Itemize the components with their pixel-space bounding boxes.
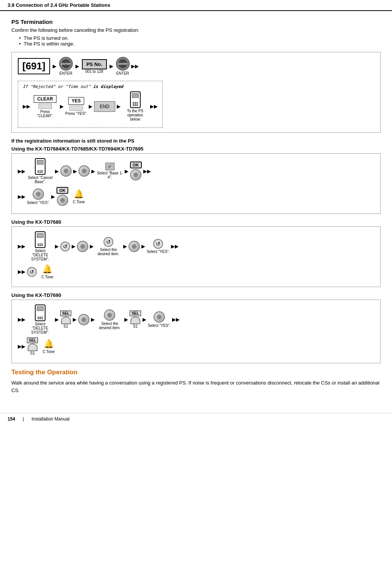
footer-separator: |	[23, 416, 24, 422]
enter2-label: ENTER	[116, 71, 129, 75]
dashed-inner-row: ▶▶ CLEAR Press "CLEAR". ▶ YES Press "YES…	[23, 91, 158, 121]
phone-keys	[133, 102, 138, 106]
td7680-scroll3: ↺ Select "YES".	[147, 239, 169, 254]
td7684-arr5: ▶	[125, 168, 129, 174]
td7684-arr8: ▶	[51, 194, 55, 199]
dashed-arrow5: ▶▶	[150, 104, 158, 109]
td7690-arr4: ▶	[91, 317, 95, 322]
key691-item: [691]	[18, 58, 50, 74]
td7680-row1: ▶▶ Select "DELETE SYSTEM". ▶ ↺ ▶	[18, 231, 374, 261]
td7690-phone: Select "DELETE SYSTEM".	[27, 304, 53, 334]
td7684-nav3: Select "YES".	[27, 188, 50, 205]
td7684-nav2	[78, 165, 90, 177]
td7680-select-desired: Select the desired item.	[95, 248, 122, 256]
td7684-ctone: 🔔 C.Tone	[73, 189, 85, 204]
phone-screen	[132, 93, 139, 98]
td7680-arr8: ▶▶	[18, 269, 25, 275]
chapter-title: 3.9 Connection of 2.4 GHz Portable Stati…	[8, 2, 110, 8]
ctone-label-1: C.Tone	[73, 200, 85, 204]
td7680-scroll4: ↺	[27, 267, 37, 277]
scroll-icon-3: ↺	[153, 239, 163, 249]
td7690-select-yes: Select "YES".	[148, 323, 171, 328]
ctone-icon-2: 🔔	[42, 264, 52, 274]
td7684-arr1: ▶▶	[18, 168, 25, 174]
td7684-nav1	[60, 165, 72, 177]
enter2-item: ENTER ENTER	[116, 57, 130, 75]
s1-label-2: S1	[133, 324, 138, 328]
td7690-ctone: 🔔 C.Tone	[42, 339, 55, 354]
td7680-arr4: ▶	[90, 243, 94, 249]
td7680-nav1	[77, 241, 88, 252]
nav-dial-2	[78, 165, 90, 177]
td7690-sel2: SEL S1	[130, 311, 141, 328]
td7684-arr7: ▶▶	[18, 194, 25, 199]
psno-item: PS No. 001 to 128	[82, 59, 107, 74]
enter2-btn: ENTER	[116, 57, 130, 71]
scroll-icon-4: ↺	[27, 267, 37, 277]
td7690-arr1: ▶▶	[18, 317, 25, 322]
dashed-arrow1: ▶▶	[23, 104, 30, 109]
td7684-row1: ▶▶ Select "Cancel Base". ▶ ▶	[18, 158, 374, 184]
td7680-select-yes: Select "YES".	[147, 250, 169, 254]
td7690-nav3: Select "YES".	[148, 311, 171, 328]
clear-item: CLEAR Press "CLEAR".	[32, 95, 58, 118]
td7680-scroll2: ↺ Select the desired item.	[95, 237, 122, 256]
td7690-select-desired: Select the desired item.	[96, 322, 123, 330]
td7690-nav2: Select the desired item.	[96, 309, 123, 330]
sel-btn-3: SEL	[27, 337, 38, 343]
bullet-list: The PS is turned on. The PS is within ra…	[19, 35, 381, 47]
ctone-icon-1: 🔔	[74, 189, 84, 199]
page-header: 3.9 Connection of 2.4 GHz Portable Stati…	[0, 0, 392, 11]
td7690-arr7: ▶▶	[172, 317, 180, 322]
to-ps-label: To the PS operation below	[122, 109, 149, 121]
clear-btn: CLEAR	[34, 95, 56, 103]
td7690-diagram: ▶▶ Select "DELETE SYSTEM". ▶ SEL S1	[11, 300, 381, 363]
td7680-diagram: ▶▶ Select "DELETE SYSTEM". ▶ ↺ ▶	[11, 226, 381, 287]
end-btn: END	[94, 101, 115, 112]
sel-shape-1	[61, 317, 71, 324]
dashed-arrow2: ▶	[60, 104, 64, 109]
s1-label-1: S1	[64, 324, 68, 328]
psno-box: PS No.	[82, 59, 107, 69]
td7690-sel1: SEL S1	[60, 311, 71, 328]
dashed-label: If "Rejected" or "Time out" is displayed	[23, 84, 158, 89]
nav-dial-6	[77, 241, 88, 252]
td7684-diagram: ▶▶ Select "Cancel Base". ▶ ▶	[11, 153, 381, 214]
sel-shape-2	[130, 317, 140, 324]
td7680-title: Using the KX-TD7680	[11, 219, 381, 225]
td7680-phone: Select "DELETE SYSTEM".	[27, 231, 53, 261]
td7684-arr4: ▶	[91, 168, 95, 174]
phone-icon-2	[35, 231, 45, 248]
nav-dial-10	[154, 311, 165, 323]
section-intro: Confirm the following before cancelling …	[11, 27, 381, 33]
bullet-item-2: The PS is within range.	[19, 41, 381, 47]
td7680-arr6: ▶	[141, 243, 145, 249]
phone-item: To the PS operation below	[122, 91, 149, 121]
scroll-icon-1: ↺	[60, 242, 70, 251]
footer-label: Installation Manual	[31, 416, 69, 422]
td7684-check: ✓ Select "Base 1-4".	[97, 163, 123, 179]
sel-btn-1: SEL	[60, 311, 71, 316]
enter1-label: ENTER	[60, 71, 72, 75]
enter1-item: ENTER ENTER	[59, 57, 73, 75]
nav-dial-9	[104, 309, 115, 321]
ok-btn-2: OK	[56, 187, 68, 194]
yes-item: YES Press "YES".	[65, 97, 87, 116]
sel-shape-3	[28, 344, 38, 351]
clear-press-label: Press "CLEAR".	[32, 110, 58, 118]
arrow1: ▶	[53, 63, 56, 69]
td7684-ok2: OK	[56, 187, 68, 206]
nav-dial-4	[33, 188, 44, 200]
yes-btn: YES	[68, 97, 84, 105]
td7684-ok1: OK	[130, 162, 142, 180]
td7684-arr2: ▶	[55, 168, 59, 174]
td7690-sel3: SEL S1	[27, 337, 38, 355]
phone-icon-1	[35, 158, 45, 175]
td7684-arr3: ▶	[73, 168, 77, 174]
bullet-item-1: The PS is turned on.	[19, 35, 381, 41]
td7680-arr3: ▶	[72, 243, 75, 249]
td7690-arr6: ▶	[143, 317, 146, 322]
arrow3: ▶	[110, 63, 113, 69]
td7684-arr6: ▶▶	[143, 168, 151, 174]
td7680-arr2: ▶	[55, 243, 59, 249]
